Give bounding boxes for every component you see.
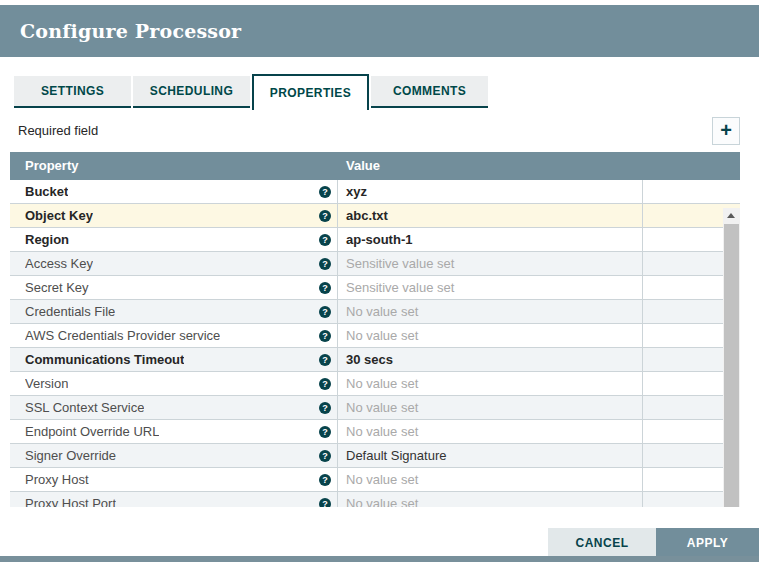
help-icon[interactable]: ? [319,378,331,390]
property-value: ap-south-1 [346,232,412,247]
table-row: Bucket?xyz [10,180,740,204]
table-row: AWS Credentials Provider service?No valu… [10,324,740,348]
property-name: Region [25,232,69,247]
property-name: Endpoint Override URL [25,424,159,439]
property-name: Object Key [25,208,93,223]
property-name-cell: Object Key? [10,204,338,227]
apply-button[interactable]: APPLY [656,528,759,557]
property-name-cell: Signer Override? [10,444,338,467]
help-icon[interactable]: ? [319,498,331,508]
help-icon[interactable]: ? [319,426,331,438]
table-row: Proxy Host Port?No value set [10,492,740,507]
property-name-cell: SSL Context Service? [10,396,338,419]
property-value: No value set [346,472,418,487]
table-row: SSL Context Service?No value set [10,396,740,420]
property-name-cell: Proxy Host Port? [10,492,338,507]
cancel-button[interactable]: CANCEL [548,528,656,557]
property-name-cell: Credentials File? [10,300,338,323]
tab-comments[interactable]: COMMENTS [371,76,488,108]
property-value: No value set [346,424,418,439]
dialog-title: Configure Processor [0,5,759,57]
help-icon[interactable]: ? [319,402,331,414]
table-row: Region?ap-south-1 [10,228,740,252]
property-name-cell: Bucket? [10,180,338,203]
plus-icon: + [720,119,732,141]
property-value: Sensitive value set [346,280,454,295]
help-icon[interactable]: ? [319,330,331,342]
property-value-cell[interactable]: No value set [338,372,643,395]
property-value-cell[interactable]: No value set [338,492,643,507]
property-value: Default Signature [346,448,446,463]
row-extra-cell [643,180,740,203]
property-name-cell: Communications Timeout? [10,348,338,371]
tab-bar: SETTINGSSCHEDULINGPROPERTIESCOMMENTS [14,74,490,110]
property-name-cell: Version? [10,372,338,395]
table-row: Credentials File?No value set [10,300,740,324]
property-name: SSL Context Service [25,400,144,415]
table-row: Secret Key?Sensitive value set [10,276,740,300]
property-name: Version [25,376,68,391]
properties-table: Property Value Bucket?xyzObject Key?abc.… [10,152,740,507]
configure-processor-dialog: Configure Processor SETTINGSSCHEDULINGPR… [0,0,759,562]
property-value-cell[interactable]: No value set [338,420,643,443]
property-name-cell: Region? [10,228,338,251]
property-name: Bucket [25,184,68,199]
table-body: Bucket?xyzObject Key?abc.txtRegion?ap-so… [10,180,740,507]
help-icon[interactable]: ? [319,234,331,246]
scrollbar-thumb[interactable] [724,224,739,507]
help-icon[interactable]: ? [319,258,331,270]
property-value-cell[interactable]: No value set [338,324,643,347]
property-name-cell: Endpoint Override URL? [10,420,338,443]
help-icon[interactable]: ? [319,210,331,222]
tab-settings[interactable]: SETTINGS [14,76,131,108]
help-icon[interactable]: ? [319,282,331,294]
property-name-cell: Proxy Host? [10,468,338,491]
property-value: No value set [346,328,418,343]
property-name: Access Key [25,256,93,271]
property-value: No value set [346,376,418,391]
property-name-cell: AWS Credentials Provider service? [10,324,338,347]
property-value: No value set [346,400,418,415]
property-name: Signer Override [25,448,116,463]
property-value: No value set [346,304,418,319]
property-name: Secret Key [25,280,89,295]
column-header-property: Property [10,152,338,180]
add-property-button[interactable]: + [712,117,740,145]
table-row: Object Key?abc.txt [10,204,740,228]
property-name: AWS Credentials Provider service [25,328,220,343]
property-value-cell[interactable]: Sensitive value set [338,252,643,275]
property-value: abc.txt [346,208,388,223]
property-value-cell[interactable]: No value set [338,300,643,323]
property-name: Proxy Host Port [25,496,116,507]
column-header-value: Value [338,152,740,180]
tab-scheduling[interactable]: SCHEDULING [133,76,250,108]
property-value-cell[interactable]: No value set [338,468,643,491]
property-name: Proxy Host [25,472,89,487]
help-icon[interactable]: ? [319,474,331,486]
required-field-label: Required field [18,117,98,145]
property-value-cell[interactable]: Sensitive value set [338,276,643,299]
tab-properties[interactable]: PROPERTIES [252,74,369,110]
table-row: Communications Timeout?30 secs [10,348,740,372]
table-row: Access Key?Sensitive value set [10,252,740,276]
property-value: No value set [346,496,418,507]
property-value-cell[interactable]: 30 secs [338,348,643,371]
table-header: Property Value [10,152,740,180]
property-value: Sensitive value set [346,256,454,271]
help-icon[interactable]: ? [319,306,331,318]
scroll-up-icon[interactable] [723,208,740,222]
help-icon[interactable]: ? [319,354,331,366]
property-value-cell[interactable]: Default Signature [338,444,643,467]
property-value-cell[interactable]: No value set [338,396,643,419]
property-value: xyz [346,184,367,199]
property-name-cell: Access Key? [10,252,338,275]
help-icon[interactable]: ? [319,186,331,198]
property-name: Communications Timeout [25,352,184,367]
property-value-cell[interactable]: ap-south-1 [338,228,643,251]
property-name-cell: Secret Key? [10,276,338,299]
property-value-cell[interactable]: abc.txt [338,204,643,227]
vertical-scrollbar[interactable] [723,208,740,507]
table-row: Version?No value set [10,372,740,396]
help-icon[interactable]: ? [319,450,331,462]
property-value-cell[interactable]: xyz [338,180,643,203]
